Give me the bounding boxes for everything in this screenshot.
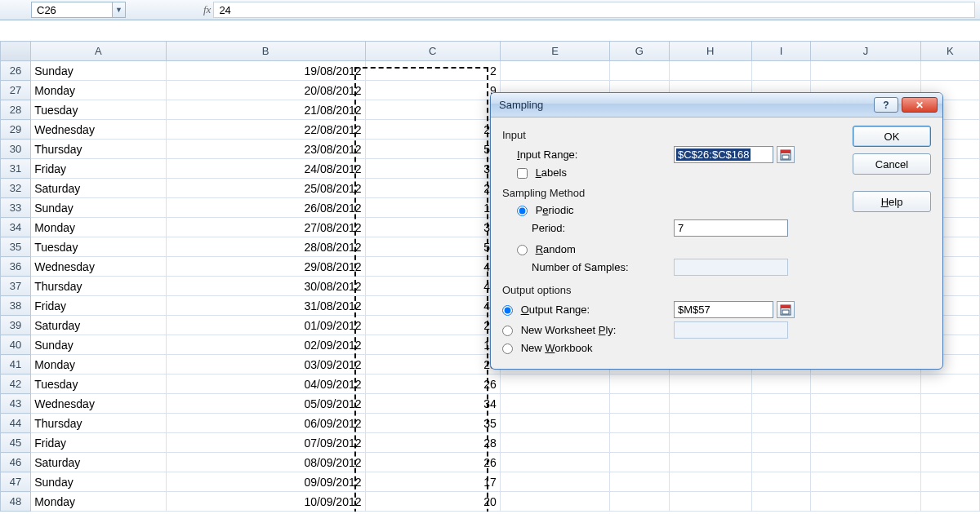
cell[interactable]	[751, 453, 810, 472]
cell[interactable]	[811, 453, 920, 472]
row-header[interactable]: 31	[1, 159, 31, 179]
periodic-radio-wrap[interactable]: Periodic	[502, 204, 674, 216]
cell[interactable]	[500, 453, 609, 472]
cell[interactable]	[751, 492, 810, 512]
cell[interactable]	[500, 414, 609, 433]
cell[interactable]: 02/09/2012	[166, 335, 365, 355]
cell[interactable]	[751, 61, 810, 81]
cell[interactable]: Sunday	[31, 61, 166, 81]
cell[interactable]	[610, 433, 669, 453]
col-header[interactable]: K	[920, 42, 979, 61]
col-header[interactable]: G	[610, 42, 669, 61]
cell[interactable]: 01/09/2012	[166, 316, 365, 335]
cell[interactable]	[669, 453, 751, 472]
cell[interactable]	[610, 374, 669, 394]
output-range-radio-wrap[interactable]: Output Range:	[502, 304, 674, 316]
cell[interactable]: 31/08/2012	[166, 296, 365, 316]
cell[interactable]: Sunday	[31, 335, 166, 355]
cell[interactable]: 27/08/2012	[166, 218, 365, 237]
cell[interactable]: 34	[365, 394, 500, 414]
row-header[interactable]: 40	[1, 335, 31, 355]
cell[interactable]: 2	[365, 61, 500, 81]
cell[interactable]	[669, 374, 751, 394]
row-header[interactable]: 29	[1, 120, 31, 140]
cell[interactable]: 10/09/2012	[166, 492, 365, 512]
row-header[interactable]: 34	[1, 218, 31, 237]
cell[interactable]: 19	[365, 198, 500, 218]
random-radio-wrap[interactable]: Random	[502, 243, 674, 255]
cell[interactable]: Monday	[31, 81, 166, 100]
cell[interactable]: 06/09/2012	[166, 414, 365, 433]
cell[interactable]	[811, 414, 920, 433]
cell[interactable]: 26	[365, 374, 500, 394]
cell[interactable]	[811, 61, 920, 81]
row-header[interactable]: 41	[1, 355, 31, 374]
row-header[interactable]: 45	[1, 433, 31, 453]
labels-checkbox[interactable]	[517, 168, 528, 179]
cell[interactable]: 35	[365, 414, 500, 433]
cell[interactable]	[811, 433, 920, 453]
row-header[interactable]: 42	[1, 374, 31, 394]
cell[interactable]: 23	[365, 355, 500, 374]
row-header[interactable]: 48	[1, 492, 31, 512]
range-picker-icon[interactable]	[777, 146, 795, 163]
dialog-close-button[interactable]: ✕	[902, 97, 938, 113]
cell[interactable]	[920, 61, 979, 81]
cell[interactable]: Sunday	[31, 198, 166, 218]
cell[interactable]	[920, 492, 979, 512]
cell[interactable]	[751, 374, 810, 394]
row-header[interactable]: 36	[1, 257, 31, 277]
cell[interactable]: Monday	[31, 355, 166, 374]
col-header[interactable]: B	[166, 42, 365, 61]
cell[interactable]: 25/08/2012	[166, 179, 365, 198]
cell[interactable]: Sunday	[31, 472, 166, 492]
input-range-field[interactable]: $C$26:$C$168	[674, 146, 773, 163]
formula-input[interactable]: 24	[213, 2, 975, 18]
row-header[interactable]: 28	[1, 100, 31, 120]
cell[interactable]	[751, 433, 810, 453]
cell[interactable]	[610, 492, 669, 512]
row-header[interactable]: 38	[1, 296, 31, 316]
cell[interactable]: Monday	[31, 218, 166, 237]
cell[interactable]	[669, 414, 751, 433]
col-header[interactable]: C	[365, 42, 500, 61]
cell[interactable]	[920, 374, 979, 394]
cell[interactable]	[669, 394, 751, 414]
cell[interactable]	[500, 433, 609, 453]
cell[interactable]: 20	[365, 492, 500, 512]
cell[interactable]: 24	[365, 179, 500, 198]
row-header[interactable]: 33	[1, 198, 31, 218]
cell[interactable]	[610, 472, 669, 492]
cell[interactable]	[610, 453, 669, 472]
cell[interactable]: 07/09/2012	[166, 433, 365, 453]
cell[interactable]: 20/08/2012	[166, 81, 365, 100]
row-header[interactable]: 30	[1, 140, 31, 159]
cell[interactable]: Friday	[31, 159, 166, 179]
select-all-corner[interactable]	[1, 42, 31, 61]
row-header[interactable]: 46	[1, 453, 31, 472]
name-box-dropdown-icon[interactable]: ▼	[112, 2, 125, 17]
output-range-input[interactable]	[674, 301, 773, 318]
cell[interactable]: Tuesday	[31, 374, 166, 394]
row-header[interactable]: 26	[1, 61, 31, 81]
cell[interactable]: 30/08/2012	[166, 277, 365, 296]
cell[interactable]: 26/08/2012	[166, 198, 365, 218]
col-header[interactable]: H	[669, 42, 751, 61]
cell[interactable]: 04/09/2012	[166, 374, 365, 394]
cell[interactable]: 39	[365, 218, 500, 237]
cell[interactable]: Wednesday	[31, 394, 166, 414]
cell[interactable]: 09/09/2012	[166, 472, 365, 492]
row-header[interactable]: 43	[1, 394, 31, 414]
row-header[interactable]: 47	[1, 472, 31, 492]
cell[interactable]: Thursday	[31, 277, 166, 296]
cell[interactable]: 38	[365, 159, 500, 179]
cell[interactable]: 9	[365, 81, 500, 100]
row-header[interactable]: 44	[1, 414, 31, 433]
cell[interactable]	[751, 414, 810, 433]
cell[interactable]: 45	[365, 257, 500, 277]
cell[interactable]: Wednesday	[31, 257, 166, 277]
cell[interactable]: 22/08/2012	[166, 120, 365, 140]
cell[interactable]: Friday	[31, 433, 166, 453]
cell[interactable]: 47	[365, 277, 500, 296]
col-header[interactable]: I	[751, 42, 810, 61]
